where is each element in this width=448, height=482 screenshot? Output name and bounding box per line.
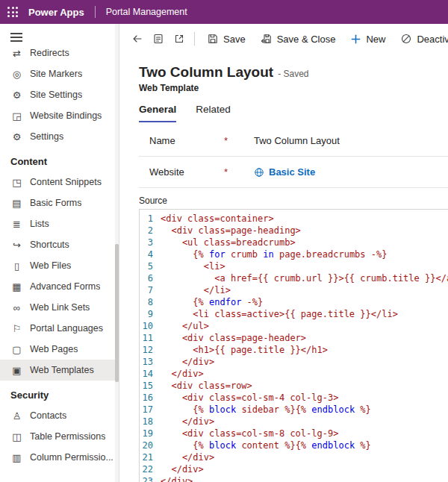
- save-status: - Saved: [278, 69, 308, 79]
- source-editor[interactable]: 1<div class=container>2 <div class=page-…: [139, 209, 448, 482]
- sidebar-item-label: Website Bindings: [30, 110, 102, 121]
- code-line: 17 {% block sidebar %}{% endblock %}: [141, 404, 448, 416]
- line-number: 17: [141, 404, 161, 416]
- sidebar-item-label: Content Snippets: [30, 177, 102, 187]
- line-number: 14: [141, 368, 161, 380]
- sidebar-item-basic-forms[interactable]: ▤Basic Forms: [0, 193, 119, 213]
- app-window: Power Apps Portal Management ⇄Redirects◎…: [0, 0, 448, 482]
- sidebar-item-label: Advanced Forms: [30, 281, 100, 292]
- record-form-button[interactable]: [148, 28, 169, 50]
- website-field-row: Website * Basic Site: [139, 157, 448, 188]
- line-number: 10: [141, 320, 161, 332]
- command-bar: Save Save & Close New Deactivate Delete: [119, 24, 448, 54]
- record-content: Two Column Layout - Saved Web Template G…: [119, 54, 448, 482]
- popout-icon: [173, 33, 185, 45]
- line-number: 23: [141, 475, 161, 482]
- web-templates-icon: ▣: [10, 365, 23, 376]
- sidebar-item-label: Web Templates: [30, 365, 94, 375]
- sidebar-item-site-settings[interactable]: ⚙Site Settings: [0, 84, 119, 105]
- code-text: </div>: [161, 475, 448, 482]
- sidebar-item-web-templates[interactable]: ▣Web Templates: [0, 360, 119, 381]
- code-text: {% endfor -%}: [161, 296, 448, 308]
- hamburger-menu-button[interactable]: [0, 24, 30, 48]
- sidebar-item-web-link-sets[interactable]: ∞Web Link Sets: [0, 297, 119, 318]
- code-line: 12 <h1>{{ page.title }}</h1>: [141, 344, 448, 356]
- sidebar-item-label: Site Settings: [30, 90, 82, 100]
- new-button[interactable]: New: [343, 28, 393, 50]
- line-number: 6: [141, 272, 161, 284]
- website-lookup-link[interactable]: Basic Site: [254, 166, 448, 178]
- sidebar-section-security: Security: [0, 381, 119, 405]
- sidebar-item-redirects[interactable]: ⇄Redirects: [0, 48, 119, 63]
- save-button[interactable]: Save: [199, 28, 253, 50]
- sidebar-item-portal-languages[interactable]: ⚐Portal Languages: [0, 318, 119, 339]
- deactivate-button[interactable]: Deactivate: [393, 28, 448, 50]
- app-title[interactable]: Power Apps: [28, 7, 84, 18]
- code-line: 10 </ul>: [141, 320, 448, 332]
- sidebar-scrollbar-thumb[interactable]: [115, 244, 119, 382]
- code-text: <li>: [161, 260, 448, 272]
- sidebar-item-label: Column Permissio...: [30, 452, 113, 463]
- sidebar-item-label: Lists: [30, 219, 49, 229]
- save-and-close-button-label: Save & Close: [277, 34, 336, 45]
- topbar-divider: [95, 6, 96, 18]
- redirects-icon: ⇄: [10, 48, 23, 59]
- line-number: 18: [141, 416, 161, 428]
- sidebar-item-label: Portal Languages: [30, 323, 103, 334]
- advanced-forms-icon: ▦: [10, 281, 23, 292]
- line-number: 19: [141, 428, 161, 439]
- code-line: 5 <li>: [141, 260, 448, 272]
- topbar-area-title: Portal Management: [106, 7, 187, 17]
- line-number: 8: [141, 296, 161, 308]
- sidebar-item-settings[interactable]: ⚙Settings: [0, 126, 119, 147]
- code-text: <div class=page-heading>: [161, 225, 448, 237]
- code-text: </ul>: [161, 320, 448, 332]
- web-files-icon: ▯: [10, 260, 23, 272]
- popout-button[interactable]: [169, 28, 190, 50]
- line-number: 1: [141, 213, 161, 225]
- sidebar-scrollbar-track[interactable]: [115, 24, 119, 482]
- code-line: 11 <div class=page-header>: [141, 332, 448, 344]
- sidebar-nav: ⇄Redirects◎Site Markers⚙Site Settings◲We…: [0, 48, 119, 468]
- line-number: 2: [141, 225, 161, 237]
- code-text: </div>: [161, 368, 448, 380]
- back-button[interactable]: [127, 28, 148, 50]
- line-number: 9: [141, 308, 161, 320]
- line-number: 22: [141, 463, 161, 475]
- deactivate-button-label: Deactivate: [417, 34, 448, 45]
- back-arrow-icon: [131, 33, 143, 45]
- tab-general[interactable]: General: [139, 104, 176, 122]
- table-permissions-icon: ◫: [10, 431, 23, 442]
- sidebar-item-column-permissio[interactable]: ▥Column Permissio...: [0, 447, 119, 468]
- code-line: 1<div class=container>: [141, 213, 448, 225]
- code-line: 8 {% endfor -%}: [141, 296, 448, 308]
- required-asterisk: *: [224, 166, 254, 178]
- sitemap-sidebar: ⇄Redirects◎Site Markers⚙Site Settings◲We…: [0, 24, 119, 482]
- sidebar-item-lists[interactable]: ≣Lists: [0, 213, 119, 234]
- code-text: <div class=row>: [161, 380, 448, 392]
- sidebar-item-website-bindings[interactable]: ◲Website Bindings: [0, 105, 119, 126]
- save-icon: [207, 33, 219, 45]
- code-line: 6 <a href={{ crumb.url }}>{{ crumb.title…: [141, 272, 448, 284]
- record-header: Two Column Layout - Saved: [139, 64, 448, 81]
- sidebar-item-contacts[interactable]: ♙Contacts: [0, 405, 119, 426]
- save-and-close-button[interactable]: Save & Close: [253, 28, 343, 50]
- line-number: 16: [141, 392, 161, 404]
- code-text: <div class=col-sm-4 col-lg-3>: [161, 392, 448, 404]
- portal-languages-icon: ⚐: [10, 323, 23, 334]
- sidebar-item-shortcuts[interactable]: ↪Shortcuts: [0, 234, 119, 255]
- tab-related[interactable]: Related: [196, 104, 231, 122]
- sidebar-item-content-snippets[interactable]: ◳Content Snippets: [0, 172, 119, 193]
- sidebar-item-advanced-forms[interactable]: ▦Advanced Forms: [0, 276, 119, 297]
- required-asterisk: *: [224, 135, 254, 146]
- sidebar-item-label: Web Files: [30, 260, 71, 271]
- sidebar-item-web-pages[interactable]: ▢Web Pages: [0, 339, 119, 360]
- name-field-input[interactable]: Two Column Layout: [254, 135, 448, 146]
- deactivate-icon: [400, 33, 412, 45]
- sidebar-item-table-permissions[interactable]: ◫Table Permissions: [0, 426, 119, 447]
- plus-icon: [350, 34, 361, 45]
- site-settings-icon: ⚙: [10, 90, 23, 101]
- sidebar-item-site-markers[interactable]: ◎Site Markers: [0, 63, 119, 84]
- sidebar-item-web-files[interactable]: ▯Web Files: [0, 255, 119, 276]
- waffle-menu-button[interactable]: [0, 0, 25, 24]
